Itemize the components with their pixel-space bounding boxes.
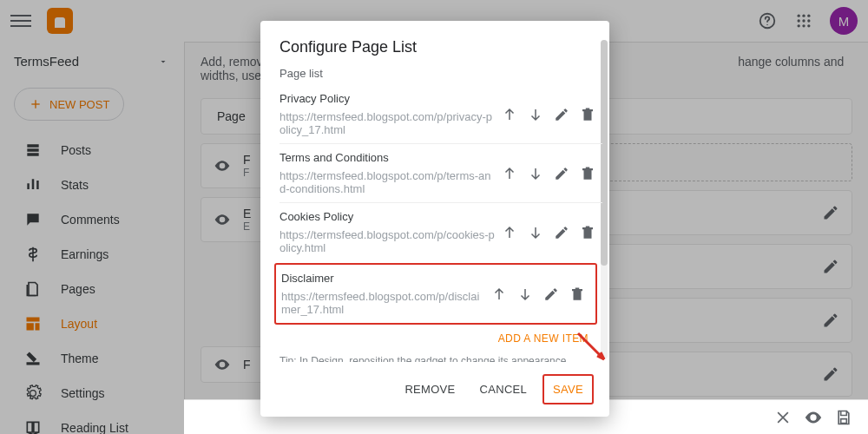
page-item: Disclaimer https://termsfeed.blogspot.co… — [281, 268, 592, 319]
arrow-down-icon[interactable] — [528, 107, 543, 122]
arrow-down-icon[interactable] — [528, 166, 543, 181]
page-item: Privacy Policy https://termsfeed.blogspo… — [279, 85, 602, 143]
page-url: https://termsfeed.blogspot.com/p/terms-a… — [279, 169, 502, 195]
save-highlight: SAVE — [542, 374, 594, 404]
arrow-up-icon[interactable] — [502, 225, 517, 240]
arrow-down-icon[interactable] — [528, 225, 543, 240]
page-name: Cookies Policy — [279, 210, 502, 223]
delete-icon[interactable] — [580, 225, 595, 240]
edit-icon[interactable] — [554, 225, 569, 240]
page-name: Privacy Policy — [279, 92, 502, 105]
close-icon[interactable] — [774, 409, 792, 426]
add-new-item-link[interactable]: ADD A NEW ITEM — [498, 332, 589, 345]
page-url: https://termsfeed.blogspot.com/p/disclai… — [281, 290, 491, 316]
arrow-up-icon[interactable] — [502, 107, 517, 122]
page-item: Cookies Policy https://termsfeed.blogspo… — [279, 202, 602, 261]
arrow-up-icon[interactable] — [491, 286, 507, 302]
edit-icon[interactable] — [543, 286, 559, 302]
page-item: Terms and Conditions https://termsfeed.b… — [279, 143, 602, 202]
page-list-label: Page list — [279, 67, 602, 80]
page-url: https://termsfeed.blogspot.com/p/cookies… — [279, 228, 502, 254]
modal-actions: REMOVE CANCEL SAVE — [260, 362, 609, 404]
configure-page-list-modal: Configure Page List Page list Privacy Po… — [260, 21, 609, 417]
edit-icon[interactable] — [554, 107, 569, 122]
delete-icon[interactable] — [580, 107, 595, 122]
page-url: https://termsfeed.blogspot.com/p/privacy… — [279, 110, 502, 136]
cancel-button[interactable]: CANCEL — [471, 376, 536, 403]
arrow-up-icon[interactable] — [502, 166, 517, 181]
arrow-down-icon[interactable] — [517, 286, 533, 302]
page-name: Disclaimer — [281, 272, 491, 285]
delete-icon[interactable] — [569, 286, 585, 302]
save-button[interactable]: SAVE — [544, 376, 592, 403]
delete-icon[interactable] — [580, 166, 595, 181]
save-icon[interactable] — [835, 409, 852, 426]
page-name: Terms and Conditions — [279, 151, 502, 164]
modal-title: Configure Page List — [260, 21, 609, 67]
remove-button[interactable]: REMOVE — [396, 376, 464, 403]
tip-text: Tip: In Design, reposition the gadget to… — [279, 348, 602, 362]
preview-icon[interactable] — [804, 408, 823, 427]
highlighted-item: Disclaimer https://termsfeed.blogspot.co… — [274, 263, 597, 325]
edit-icon[interactable] — [554, 166, 569, 181]
